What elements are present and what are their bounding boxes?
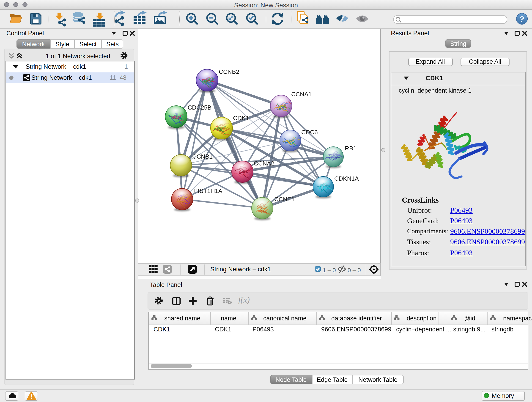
- svg-text:?: ?: [519, 14, 524, 23]
